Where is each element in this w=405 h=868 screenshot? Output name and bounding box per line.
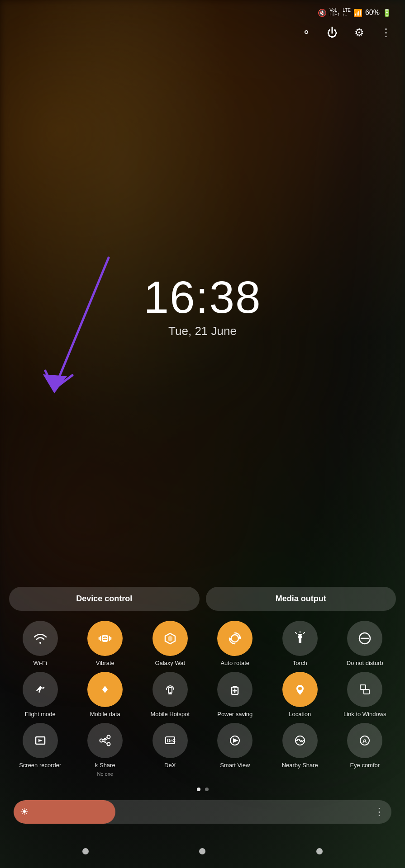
smart-view-circle (217, 723, 253, 758)
quick-settings-panel: Device control Media output Wi-Fi (0, 587, 405, 844)
tile-galaxy-watch[interactable]: Galaxy Wat (139, 621, 201, 667)
battery-indicator: 60% (365, 9, 380, 17)
location-label: Location (289, 711, 311, 718)
tile-flight-mode[interactable]: Flight mode (9, 672, 71, 718)
tile-mobile-data[interactable]: Mobile data (74, 672, 137, 718)
power-saving-label: Power saving (217, 711, 253, 718)
tile-dnd[interactable]: Do not disturb (334, 621, 396, 667)
svg-rect-20 (364, 689, 369, 694)
power-saving-circle (217, 672, 253, 707)
svg-point-22 (100, 739, 103, 742)
page-dot-1 (197, 788, 200, 791)
brightness-fill: ☀ (14, 800, 115, 824)
battery-icon: 🔋 (382, 9, 391, 17)
search-icon[interactable]: ⚬ (302, 26, 311, 39)
svg-point-3 (231, 635, 238, 642)
nav-back[interactable] (82, 848, 89, 854)
galaxy-watch-circle (152, 621, 188, 656)
tile-vibrate[interactable]: Vibrate (74, 621, 137, 667)
svg-text:A: A (362, 737, 367, 744)
svg-rect-6 (299, 638, 301, 643)
tile-link-windows[interactable]: Link to Windows (334, 672, 396, 718)
dnd-circle (347, 621, 382, 656)
tile-wifi[interactable]: Wi-Fi (9, 621, 71, 667)
torch-label: Torch (293, 660, 307, 667)
smart-view-label: Smart View (220, 762, 250, 769)
mobile-hotspot-label: Mobile Hotspot (150, 711, 190, 718)
svg-text:DeX: DeX (167, 738, 176, 743)
device-control-button[interactable]: Device control (9, 587, 200, 611)
signal-icon: 📶 (353, 9, 362, 17)
torch-circle (282, 621, 318, 656)
mute-icon: 🔇 (318, 9, 327, 17)
page-dots (9, 781, 396, 800)
tile-location[interactable]: Location (269, 672, 331, 718)
location-circle (282, 672, 318, 707)
top-action-bar: ⚬ ⏻ ⚙ ⋮ (0, 22, 405, 43)
tile-smart-view[interactable]: Smart View (204, 723, 267, 777)
tiles-grid: Wi-Fi Vibrate (9, 621, 396, 777)
media-output-button[interactable]: Media output (206, 587, 396, 611)
power-icon[interactable]: ⏻ (327, 26, 338, 39)
lte-icon: LTE ↑↓ (343, 8, 351, 17)
quick-share-circle (87, 723, 123, 758)
nearby-share-circle (282, 723, 318, 758)
flight-mode-label: Flight mode (25, 711, 56, 718)
dnd-label: Do not disturb (347, 660, 383, 667)
svg-rect-8 (298, 634, 302, 635)
svg-point-24 (107, 743, 110, 746)
dex-circle: DeX (152, 723, 188, 758)
eye-comfort-label: Eye comfor (350, 762, 380, 769)
auto-rotate-circle (217, 621, 253, 656)
tile-quick-share[interactable]: k Share No one (74, 723, 137, 777)
dex-label: DeX (164, 762, 176, 769)
auto-rotate-label: Auto rotate (220, 660, 249, 667)
nav-home[interactable] (199, 848, 205, 854)
clock-date: Tue, 21 June (168, 324, 237, 338)
link-windows-circle (347, 672, 382, 707)
svg-point-23 (107, 736, 110, 739)
mobile-data-circle (87, 672, 123, 707)
status-bar: 🔇 VoL LTE1 LTE ↑↓ 📶 60% 🔋 (0, 0, 405, 22)
wifi-circle (23, 621, 58, 656)
eye-comfort-circle: A (347, 723, 382, 758)
flight-mode-circle (23, 672, 58, 707)
bottom-nav (0, 844, 405, 868)
tile-mobile-hotspot[interactable]: Mobile Hotspot (139, 672, 201, 718)
tile-auto-rotate[interactable]: Auto rotate (204, 621, 267, 667)
tile-torch[interactable]: Torch (269, 621, 331, 667)
vibrate-label: Vibrate (96, 660, 114, 667)
tile-eye-comfort[interactable]: A Eye comfor (334, 723, 396, 777)
nav-recents[interactable] (316, 848, 323, 854)
brightness-more-icon[interactable]: ⋮ (374, 806, 384, 818)
brightness-bar[interactable]: ☀ ⋮ (14, 800, 391, 824)
vibrate-circle (87, 621, 123, 656)
tile-dex[interactable]: DeX DeX (139, 723, 201, 777)
tile-screen-recorder[interactable]: Screen recorder (9, 723, 71, 777)
clock-time: 16:38 (143, 274, 261, 320)
nearby-share-label: Nearby Share (282, 762, 318, 769)
link-windows-label: Link to Windows (343, 711, 386, 718)
screen-recorder-circle (23, 723, 58, 758)
control-row: Device control Media output (9, 587, 396, 611)
settings-icon[interactable]: ⚙ (354, 26, 364, 39)
svg-point-18 (298, 687, 302, 690)
quick-share-sublabel: No one (97, 771, 113, 777)
brightness-icon: ☀ (20, 806, 29, 818)
quick-share-label: k Share (95, 762, 115, 769)
volte-icon: VoL LTE1 (329, 8, 340, 17)
wifi-label: Wi-Fi (33, 660, 47, 667)
svg-marker-28 (233, 738, 238, 743)
more-options-icon[interactable]: ⋮ (381, 26, 391, 39)
clock-area: 16:38 Tue, 21 June (0, 43, 405, 587)
tile-power-saving[interactable]: Power saving (204, 672, 267, 718)
svg-rect-15 (233, 686, 237, 688)
screen-recorder-label: Screen recorder (19, 762, 61, 769)
svg-rect-19 (360, 685, 366, 689)
page-dot-2 (205, 788, 209, 791)
mobile-hotspot-circle (152, 672, 188, 707)
tile-nearby-share[interactable]: Nearby Share (269, 723, 331, 777)
svg-marker-7 (298, 635, 302, 638)
mobile-data-label: Mobile data (90, 711, 120, 718)
galaxy-watch-label: Galaxy Wat (155, 660, 185, 667)
